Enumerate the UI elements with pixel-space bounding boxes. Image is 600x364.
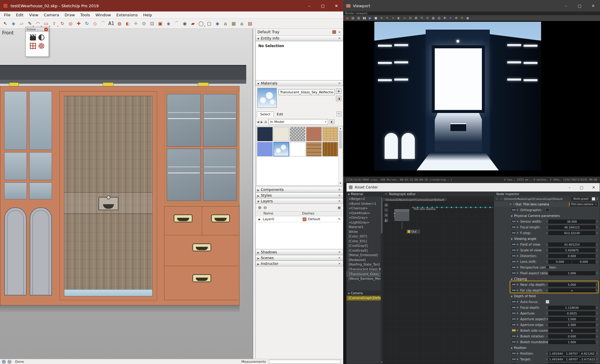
close-button[interactable]: ✕	[588, 183, 600, 192]
fit-view-icon[interactable]: ⊙	[425, 16, 430, 21]
color-swatch-button[interactable]	[592, 197, 595, 201]
link-icon[interactable]	[511, 231, 516, 234]
link-icon[interactable]	[511, 271, 516, 275]
material-item-material1[interactable]: Material1	[347, 225, 383, 230]
add-layer-button[interactable]: ⊕	[258, 205, 262, 210]
maximize-button[interactable]: ▢	[576, 183, 588, 192]
drawer-pull[interactable]	[174, 214, 192, 222]
package-button[interactable]: ▦	[230, 20, 238, 28]
increment-icon[interactable]: ▸	[596, 260, 598, 263]
increment-icon[interactable]: ▸	[596, 318, 598, 320]
octane-materials-button[interactable]: ◆	[213, 20, 221, 28]
section-plane-tool[interactable]: ▰	[189, 20, 197, 28]
expander-icon[interactable]: ▶	[517, 220, 520, 223]
entity-info-header[interactable]: Entity Info	[256, 35, 343, 41]
material-item-burnt-umber-1[interactable]: <Burnt Umber>1	[347, 201, 383, 206]
decrement-icon[interactable]: ◂	[546, 232, 548, 234]
param-up-vector[interactable]: ▶Up-vector:◂0.0000.02540.000▸	[494, 362, 600, 364]
collapse-icon[interactable]	[257, 193, 259, 198]
link-icon[interactable]	[511, 357, 516, 361]
collapse-icon[interactable]	[348, 292, 350, 295]
value-field[interactable]: 0.000	[572, 260, 595, 264]
scroll-up-icon[interactable]: ▲	[339, 127, 342, 130]
value-field[interactable]: 5.000	[548, 283, 595, 287]
value-field[interactable]: 1.09707	[564, 352, 580, 356]
decrement-icon[interactable]: ◂	[546, 220, 548, 223]
expander-icon[interactable]: ▶	[517, 335, 520, 337]
expander-icon[interactable]: ▶	[517, 283, 520, 286]
link-icon[interactable]	[511, 288, 516, 292]
glass-pane[interactable]	[29, 91, 52, 150]
node-pin[interactable]	[485, 207, 486, 208]
materials-header[interactable]: Materials	[256, 80, 343, 86]
param-bokeh-roundedness[interactable]: ▶Bokeh roundedness:◂1.000▸	[494, 339, 600, 345]
param-focal-length[interactable]: ▶Focal length:◂46.166122▸	[494, 224, 600, 230]
help-icon[interactable]	[8, 360, 11, 364]
camera-item-cameragraph-default[interactable]: [CameraGraph]Default	[347, 296, 383, 301]
section-viewing-angle[interactable]: Viewing angle	[494, 236, 600, 241]
render-canvas[interactable]	[343, 21, 600, 176]
pin-icon[interactable]	[332, 30, 336, 34]
render-region-icon[interactable]: ▭	[402, 16, 407, 21]
param-bokeh-rotation[interactable]: ▶Bokeh rotation:◂0.000▸	[494, 333, 600, 339]
swatch-dark-navy[interactable]	[257, 127, 273, 141]
node-pin[interactable]	[460, 207, 462, 208]
sample-paint-icon[interactable]: ✎	[337, 111, 341, 116]
value-field[interactable]: 1.000	[548, 323, 595, 327]
gizmo-icon[interactable]: ⊕	[454, 16, 459, 21]
door-handle[interactable]	[98, 197, 118, 210]
drawer[interactable]	[165, 266, 239, 298]
line-tool[interactable]: ✎▾	[26, 20, 34, 28]
focus-node-icon[interactable]: ⌖	[384, 208, 389, 212]
param-orthographic[interactable]: ▶Orthographic:	[494, 207, 600, 213]
make-component-tool[interactable]: ◈	[9, 20, 18, 28]
param-scale-of-view[interactable]: ▶Scale of view:◂5.920875▸	[494, 247, 600, 253]
menu-camera[interactable]: Camera	[41, 13, 62, 17]
arc-tool[interactable]: ◠▾	[34, 20, 42, 28]
material-section-header[interactable]: Material	[347, 192, 383, 197]
close-section-icon[interactable]	[337, 199, 341, 203]
section-depth-of-field[interactable]: Depth of field	[494, 293, 600, 299]
forward-arrow-icon[interactable]: ▶	[261, 120, 263, 124]
nodegraph-canvas[interactable]: ⊞ ⌖ ≡ ◧ Thin lens camera Out	[383, 201, 494, 364]
value-field[interactable]: 1.000	[548, 271, 595, 275]
value-field[interactable]: 1.09707	[564, 357, 580, 361]
param-lens-shift[interactable]: ▶Lens shift:◂0.0000.000▸	[494, 259, 600, 264]
collapse-icon[interactable]	[257, 199, 259, 203]
material-item-roofing-slate-tan[interactable]: [Roofing_Slate_Tan]	[347, 262, 383, 267]
material-item-metal-embossed[interactable]: [Metal_Embossed]	[347, 253, 383, 258]
expander-icon[interactable]: ▶	[517, 358, 520, 360]
material-item-coolgray6[interactable]: [CoolGray6]	[347, 248, 383, 253]
value-field[interactable]: 36.000	[548, 220, 595, 224]
decrement-icon[interactable]: ◂	[546, 283, 548, 286]
close-section-icon[interactable]	[337, 82, 341, 85]
expander-icon[interactable]: ▶	[517, 301, 520, 303]
maximize-button[interactable]: ▢	[316, 0, 330, 11]
materials-list-box[interactable]: ▲ ▼	[256, 126, 343, 186]
resume-render-icon[interactable]: ▶	[368, 16, 373, 21]
value-field[interactable]: 42.601254	[548, 243, 595, 246]
increment-icon[interactable]: ▸	[596, 335, 598, 337]
swatch-cornflower-blue[interactable]	[257, 142, 273, 156]
node-pin[interactable]	[451, 207, 452, 208]
drawer[interactable]	[165, 207, 202, 235]
move-tool[interactable]: ✚	[75, 20, 83, 28]
arched-panel[interactable]	[4, 207, 27, 295]
material-item-color-007[interactable]: [Color_007]	[347, 234, 383, 239]
drawer[interactable]	[202, 207, 239, 235]
zoom-extents-tool[interactable]: ▣	[156, 20, 164, 28]
materials-scope-dropdown[interactable]: In Model ▾	[268, 119, 328, 125]
spinner-icons[interactable]: ⇅	[596, 198, 598, 200]
node-pin[interactable]	[470, 207, 472, 208]
node-pin[interactable]	[480, 207, 481, 208]
value-field[interactable]: 5.920875	[548, 248, 595, 252]
close-button[interactable]: ✕	[330, 0, 343, 11]
swatch-roofing-slate-tan[interactable]	[322, 127, 338, 141]
resolution-scale-icon[interactable]: ½	[419, 16, 424, 21]
link-icon[interactable]	[511, 243, 516, 246]
value-field[interactable]: 0.0025	[548, 311, 595, 315]
increment-icon[interactable]: ▸	[596, 312, 598, 314]
collapse-icon[interactable]	[257, 188, 259, 192]
material-list-scrollbar[interactable]: ▼	[381, 197, 383, 364]
menu-extensions[interactable]: Extensions	[114, 13, 140, 17]
